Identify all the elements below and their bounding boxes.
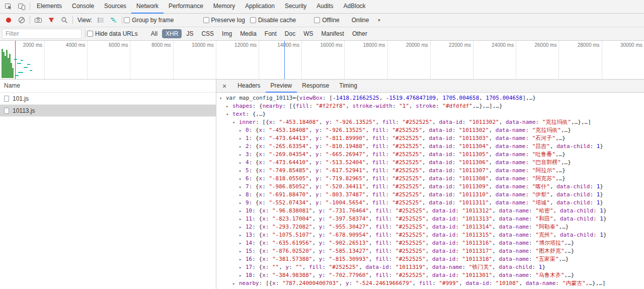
tree-line[interactable]: ▾text: {,…} [216, 110, 644, 118]
tree-line[interactable]: ▸17: {x: "", y: "", fill: "#252525", dat… [216, 263, 644, 271]
tree-line[interactable]: ▸16: {x: "-381.57388", y: "-815.30993", … [216, 255, 644, 263]
tree-line[interactable]: ▾inner: [{x: "-453.18408", y: "-926.1352… [216, 118, 644, 126]
collapse-arrow-icon[interactable]: ▾ [232, 118, 239, 126]
timeline-overview[interactable]: 2000 ms4000 ms6000 ms8000 ms10000 ms1200… [0, 41, 644, 80]
filter-type-css[interactable]: CSS [198, 29, 217, 38]
tab-security[interactable]: Security [280, 0, 311, 14]
filter-input[interactable] [2, 29, 82, 39]
token: : [462, 264, 469, 270]
tree-line[interactable]: ▸12: {x: "-293.72082", y: "-955.30427", … [216, 223, 644, 231]
expand-arrow-icon[interactable]: ▸ [239, 207, 246, 215]
detail-tab-headers[interactable]: Headers [232, 80, 265, 93]
filter-type-font[interactable]: Font [261, 29, 280, 38]
tree-line[interactable]: ▸11: {x: "-823.17004", y: "-397.58374", … [216, 215, 644, 223]
tree-line[interactable]: ▸15: {x: "-876.02520", y: "-585.13427", … [216, 247, 644, 255]
tab-adblock[interactable]: AdBlock [339, 0, 371, 14]
preserve-log-checkbox[interactable]: Preserve log [203, 17, 245, 24]
expand-arrow-icon[interactable]: ▸ [239, 231, 246, 239]
expand-arrow-icon[interactable]: ▸ [239, 167, 246, 175]
expand-arrow-icon[interactable]: ▸ [239, 263, 246, 271]
detail-tab-response[interactable]: Response [297, 80, 334, 93]
search-button[interactable] [58, 14, 71, 27]
expand-arrow-icon[interactable]: ▸ [239, 191, 246, 199]
filter-type-media[interactable]: Media [236, 29, 260, 38]
offline-checkbox[interactable]: Offline [314, 17, 339, 24]
collapse-arrow-icon[interactable]: ▾ [226, 110, 232, 118]
filter-type-js[interactable]: JS [183, 29, 197, 38]
record-icon [6, 18, 11, 23]
expand-arrow-icon[interactable]: ▸ [239, 183, 246, 191]
hide-data-urls-checkbox[interactable]: Hide data URLs [87, 30, 138, 37]
filter-type-manifest[interactable]: Manifest [318, 29, 348, 38]
expand-arrow-icon[interactable]: ▸ [239, 247, 246, 255]
use-large-rows-button[interactable] [94, 14, 107, 27]
request-row[interactable]: 101.js [0, 93, 216, 105]
clear-button[interactable] [15, 14, 28, 27]
tree-line[interactable]: ▾var map_config_10113={viewBox: [-1418.2… [216, 94, 644, 102]
collapse-arrow-icon[interactable]: ▾ [219, 94, 226, 102]
expand-arrow-icon[interactable]: ▸ [239, 175, 246, 183]
expand-arrow-icon[interactable]: ▸ [239, 159, 246, 167]
grid-line [173, 41, 174, 79]
tree-line[interactable]: ▸2: {x: "-265.63354", y: "-810.19488", f… [216, 142, 644, 151]
expand-arrow-icon[interactable]: ▸ [239, 151, 246, 159]
expand-arrow-icon[interactable]: ▸ [226, 102, 232, 110]
expand-arrow-icon[interactable]: ▸ [239, 239, 246, 247]
tab-network[interactable]: Network [131, 0, 164, 14]
expand-arrow-icon[interactable]: ▸ [239, 126, 246, 134]
tab-performance[interactable]: Performance [164, 0, 208, 14]
tree-line[interactable]: ▸nearby: [{x: "787.24000400703", y: "-52… [216, 279, 644, 287]
tree-line[interactable]: ▸13: {x: "-1075.5107", y: "-678.90954", … [216, 231, 644, 239]
expand-arrow-icon[interactable]: ▸ [239, 255, 246, 263]
expand-arrow-icon[interactable]: ▸ [239, 134, 246, 142]
tree-line[interactable]: ▸9: {x: "-552.07434", y: "-1004.5654", f… [216, 199, 644, 207]
token: , [312, 248, 318, 254]
tab-application[interactable]: Application [240, 0, 280, 14]
filter-type-other[interactable]: Other [349, 29, 371, 38]
expand-arrow-icon[interactable]: ▸ [239, 271, 246, 279]
record-button[interactable] [2, 14, 15, 27]
name-column-header[interactable]: Name [0, 80, 216, 93]
tree-line[interactable]: ▸0: {x: "-453.18408", y: "-926.13525", f… [216, 126, 644, 134]
tab-memory[interactable]: Memory [208, 0, 240, 14]
detail-tab-preview[interactable]: Preview [266, 80, 297, 93]
throttling-select[interactable]: Online ▼ [352, 17, 381, 24]
tree-line[interactable]: ▸6: {x: "-818.05505", y: "-719.82965", f… [216, 175, 644, 183]
expand-arrow-icon[interactable]: ▸ [239, 142, 246, 151]
tree-line[interactable]: ▸10: {x: "-96.838081", y: "-731.76464", … [216, 207, 644, 215]
tree-line[interactable]: ▸1: {x: "-473.64413", y: "-811.89990", f… [216, 134, 644, 142]
tree-line[interactable]: ▸8: {x: "-691.88470", y: "-803.37487", f… [216, 191, 644, 199]
disable-cache-checkbox[interactable]: Disable cache [250, 17, 296, 24]
expand-arrow-icon[interactable]: ▸ [239, 215, 246, 223]
close-button[interactable]: × [216, 82, 232, 90]
filter-type-xhr[interactable]: XHR [162, 29, 182, 38]
tab-elements[interactable]: Elements [32, 0, 67, 14]
request-row[interactable]: 10113.js [0, 105, 216, 117]
tree-line[interactable]: ▸7: {x: "-986.85052", y: "-520.34411", f… [216, 183, 644, 191]
detail-tab-timing[interactable]: Timing [334, 80, 362, 93]
tab-sources[interactable]: Sources [99, 0, 131, 14]
tab-audits[interactable]: Audits [311, 0, 338, 14]
expand-arrow-icon[interactable]: ▸ [239, 223, 246, 231]
expand-arrow-icon[interactable]: ▸ [232, 279, 239, 287]
tree-line[interactable]: ▸5: {x: "-749.85485", y: "-617.52941", f… [216, 167, 644, 175]
tree-line[interactable]: ▸14: {x: "-635.61956", y: "-902.26513", … [216, 239, 644, 247]
filter-type-all[interactable]: All [147, 29, 161, 38]
token: inner [239, 119, 256, 125]
inspect-element-button[interactable] [2, 0, 15, 13]
expand-arrow-icon[interactable]: ▸ [239, 199, 246, 207]
show-overview-button[interactable] [107, 14, 120, 27]
token: , [365, 151, 372, 158]
group-by-frame-checkbox[interactable]: Group by frame [124, 17, 174, 24]
toggle-device-toolbar-button[interactable] [15, 0, 28, 13]
tree-line[interactable]: ▸4: {x: "-473.64410", y: "-513.52404", f… [216, 159, 644, 167]
tree-line[interactable]: ▸3: {x: "-269.04354", y: "-665.26947", f… [216, 151, 644, 159]
tab-console[interactable]: Console [67, 0, 99, 14]
filter-button[interactable] [45, 14, 58, 27]
filter-type-doc[interactable]: Doc [281, 29, 299, 38]
tree-line[interactable]: ▸18: {x: "-384.98388", y: "-702.77960", … [216, 271, 644, 279]
tree-line[interactable]: ▸shapes: {nearby: [{fill: "#f2f2f8", str… [216, 102, 644, 110]
filter-type-img[interactable]: Img [218, 29, 235, 38]
capture-screenshots-button[interactable] [32, 14, 45, 27]
filter-type-ws[interactable]: WS [300, 29, 316, 38]
